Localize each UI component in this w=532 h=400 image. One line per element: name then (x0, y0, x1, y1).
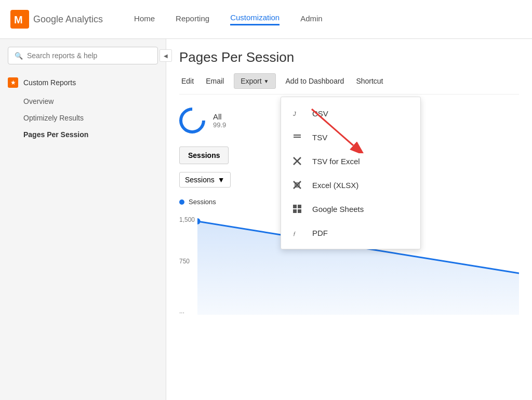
y-label-dots: ... (179, 308, 184, 315)
tsv-icon (291, 131, 303, 143)
logo-area: M Google Analytics (10, 10, 103, 29)
header: M Google Analytics Home Reporting Custom… (0, 0, 532, 39)
search-input[interactable] (27, 51, 151, 60)
export-button[interactable]: Export ▼ (234, 73, 275, 89)
custom-reports-label: Custom Reports (23, 78, 76, 87)
main-nav: Home Reporting Customization Admin (134, 13, 522, 25)
search-box[interactable]: 🔍 (8, 47, 158, 64)
sidebar-item-optimizely[interactable]: Optimizely Results (23, 110, 166, 126)
legend-label: Sessions (189, 198, 216, 206)
segment-percentage: 99.9 (213, 121, 226, 129)
svg-rect-11 (298, 205, 301, 208)
nav-home[interactable]: Home (134, 14, 155, 25)
sessions-button[interactable]: Sessions (179, 146, 229, 164)
svg-rect-3 (294, 137, 301, 138)
segment-name: All (213, 112, 226, 121)
nav-reporting[interactable]: Reporting (176, 14, 209, 25)
y-label-1500: 1,500 (179, 216, 195, 223)
export-pdf[interactable]: ƒ PDF (281, 221, 420, 245)
sidebar-item-overview[interactable]: Overview (23, 93, 166, 110)
svg-rect-10 (293, 205, 297, 208)
export-dropdown: J CSV TSV TSV for Excel (281, 97, 421, 249)
add-to-dashboard-button[interactable]: Add to Dashboard (284, 74, 347, 88)
sessions-select[interactable]: Sessions ▼ (179, 172, 231, 188)
export-tsv[interactable]: TSV (281, 125, 420, 149)
svg-text:M: M (14, 14, 23, 25)
search-icon: 🔍 (15, 52, 23, 60)
svg-text:J: J (292, 111, 296, 117)
pdf-icon: ƒ (291, 227, 303, 238)
sheets-icon (291, 203, 303, 215)
segment-circle (174, 102, 211, 139)
export-xlsx[interactable]: Excel (XLSX) (281, 173, 420, 197)
segment-info: All 99.9 (213, 112, 226, 129)
nav-admin[interactable]: Admin (300, 14, 323, 25)
edit-button[interactable]: Edit (179, 74, 196, 88)
email-button[interactable]: Email (204, 74, 226, 88)
sidebar-item-pages-per-session[interactable]: Pages Per Session (23, 126, 166, 143)
page-header: Pages Per Session Edit Email Export ▼ Ad… (166, 39, 532, 100)
export-tsv-excel[interactable]: TSV for Excel (281, 149, 420, 173)
main-content: Pages Per Session Edit Email Export ▼ Ad… (166, 39, 532, 400)
export-sheets[interactable]: Google Sheets (281, 197, 420, 221)
legend-dot (179, 199, 184, 205)
select-caret-icon: ▼ (218, 176, 225, 184)
export-csv[interactable]: J CSV (281, 101, 420, 125)
sidebar-item-custom-reports[interactable]: ★ Custom Reports (0, 72, 166, 93)
sidebar-sub-items: Overview Optimizely Results Pages Per Se… (0, 93, 166, 143)
y-label-750: 750 (179, 258, 190, 265)
layout: ◀ 🔍 ★ Custom Reports Overview Optimizely… (0, 39, 532, 400)
svg-text:ƒ: ƒ (293, 230, 296, 236)
export-caret-icon: ▼ (264, 78, 269, 84)
svg-rect-12 (293, 209, 297, 213)
xlsx-icon (291, 179, 303, 191)
toolbar: Edit Email Export ▼ Add to Dashboard Sho… (179, 73, 519, 95)
ga-logo-icon: M (10, 10, 29, 29)
page-title: Pages Per Session (179, 49, 519, 65)
shortcut-button[interactable]: Shortcut (354, 74, 385, 88)
logo-text: Google Analytics (33, 14, 103, 25)
svg-rect-13 (298, 209, 301, 213)
sidebar-collapse-btn[interactable]: ◀ (159, 49, 172, 62)
tsv-excel-icon (291, 155, 303, 167)
svg-rect-4 (294, 135, 301, 136)
sidebar: ◀ 🔍 ★ Custom Reports Overview Optimizely… (0, 39, 166, 400)
csv-icon: J (291, 108, 303, 119)
nav-customization[interactable]: Customization (230, 13, 280, 25)
custom-reports-icon: ★ (8, 77, 18, 88)
